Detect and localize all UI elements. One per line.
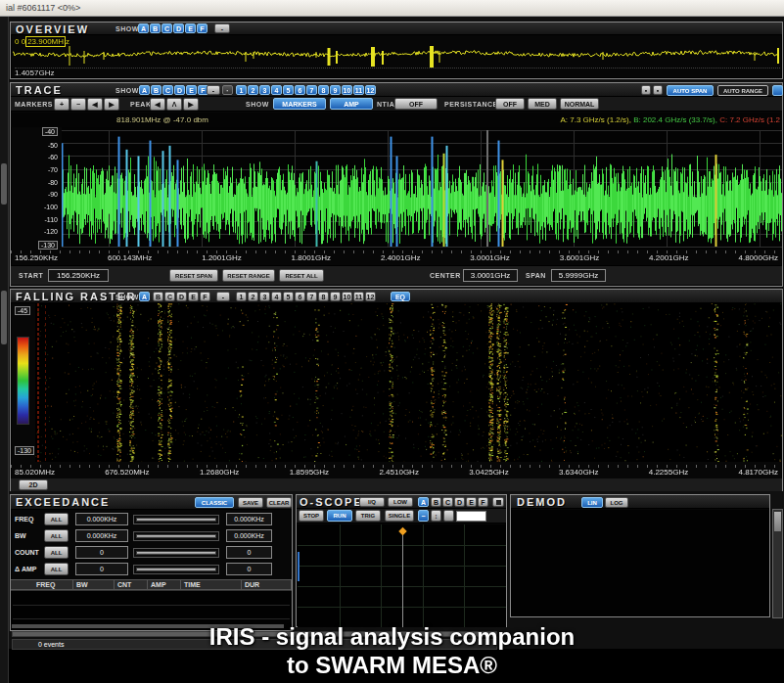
- raster-number-button[interactable]: 11: [353, 292, 364, 301]
- trace-minimize-button[interactable]: -: [207, 85, 220, 95]
- persistence-med-button[interactable]: MED: [528, 98, 557, 110]
- iq-button[interactable]: I/Q: [359, 497, 385, 507]
- oscope-channel-button[interactable]: F: [478, 497, 488, 507]
- amp-slider[interactable]: [133, 565, 219, 574]
- count-slider[interactable]: [133, 548, 219, 558]
- trace-edge-button[interactable]: [772, 85, 783, 96]
- trace-trace-number-button[interactable]: 8: [318, 85, 329, 95]
- run-button[interactable]: RUN: [327, 510, 352, 522]
- freq-all-button[interactable]: ALL: [44, 513, 69, 525]
- bw-max-field[interactable]: 0.000KHz: [226, 529, 272, 542]
- count-max-field[interactable]: 0: [226, 546, 272, 559]
- col-bw[interactable]: BW: [73, 580, 115, 589]
- trace-channel-button[interactable]: A: [139, 85, 150, 95]
- raster-channel-button[interactable]: D: [176, 292, 187, 301]
- raster-number-button[interactable]: 1: [236, 292, 247, 301]
- peak-search-button[interactable]: ▶: [183, 98, 199, 111]
- marker-adjust-button[interactable]: ◀: [87, 98, 103, 111]
- trace-trace-number-button[interactable]: 4: [271, 85, 282, 95]
- col-cnt[interactable]: CNT: [115, 580, 148, 589]
- raster-display[interactable]: [35, 303, 782, 462]
- scrollbar-thumb[interactable]: [1, 291, 7, 344]
- count-min-field[interactable]: 0: [75, 546, 128, 559]
- overview-channel-button[interactable]: B: [150, 23, 161, 33]
- col-dur[interactable]: DUR: [242, 580, 292, 589]
- exceedance-clear-button[interactable]: CLEAR: [266, 497, 292, 508]
- trig-button[interactable]: TRIG: [355, 510, 381, 522]
- raster-2d-button[interactable]: 2D: [19, 479, 48, 490]
- low-button[interactable]: LOW: [388, 497, 413, 507]
- reset-all-button[interactable]: RESET ALL: [279, 269, 324, 282]
- trigger-value-input[interactable]: [456, 511, 486, 522]
- classic-button[interactable]: CLASSIC: [195, 497, 234, 508]
- window-titlebar[interactable]: ial #6061117 <0%>: [0, 0, 784, 17]
- trace-trace-number-button[interactable]: 1: [236, 85, 247, 95]
- trace-trace-number-button[interactable]: 11: [353, 85, 364, 95]
- raster-channel-button[interactable]: E: [188, 292, 199, 301]
- span-field[interactable]: 5.9999GHz: [551, 269, 606, 282]
- trace-spectrum[interactable]: [62, 127, 782, 250]
- log-button[interactable]: LOG: [605, 497, 628, 508]
- trace-trace-number-button[interactable]: 12: [365, 85, 376, 95]
- auto-span-button[interactable]: AUTO SPAN: [667, 85, 714, 96]
- trace-channel-button[interactable]: B: [151, 85, 161, 95]
- persistence-normal-button[interactable]: NORMAL: [560, 98, 599, 110]
- oscope-channel-button[interactable]: C: [442, 497, 453, 507]
- raster-channel-a-button[interactable]: A: [139, 292, 150, 301]
- cursor-icon-button[interactable]: [443, 510, 454, 522]
- show-markers-button[interactable]: MARKERS: [273, 98, 326, 110]
- trace-trace-number-button[interactable]: 9: [330, 85, 341, 95]
- raster-number-button[interactable]: 8: [318, 292, 329, 301]
- overview-channel-button[interactable]: C: [161, 23, 172, 33]
- reset-span-button[interactable]: RESET SPAN: [169, 269, 218, 282]
- trace-trace-number-button[interactable]: 3: [259, 85, 270, 95]
- raster-number-button[interactable]: 2: [248, 292, 258, 301]
- peak-search-button[interactable]: Λ: [166, 98, 182, 111]
- raster-number-button[interactable]: 12: [365, 292, 376, 301]
- trace-trace-number-button[interactable]: 6: [295, 85, 305, 95]
- trace-channel-button[interactable]: D: [174, 85, 185, 95]
- raster-eq-button[interactable]: EQ: [391, 292, 410, 301]
- oscope-display[interactable]: [298, 524, 506, 627]
- raster-channel-button[interactable]: B: [153, 292, 163, 301]
- stop-button[interactable]: STOP: [299, 510, 324, 522]
- oscope-channel-button[interactable]: B: [431, 497, 441, 507]
- marker-adjust-button[interactable]: ▶: [104, 98, 119, 111]
- single-button[interactable]: SINGLE: [385, 510, 414, 522]
- start-frequency-field[interactable]: 156.250KHz: [48, 269, 109, 282]
- oscope-channel-button[interactable]: E: [466, 497, 477, 507]
- raster-channel-button[interactable]: F: [200, 292, 210, 301]
- marker-adjust-button[interactable]: −: [70, 98, 86, 111]
- trace-trace-number-button[interactable]: 5: [283, 85, 294, 95]
- freq-slider[interactable]: [133, 515, 219, 524]
- raster-number-button[interactable]: 10: [342, 292, 352, 301]
- amp-all-button[interactable]: ALL: [44, 563, 69, 575]
- overview-waveform[interactable]: [13, 37, 780, 68]
- ntia-off-button[interactable]: OFF: [394, 98, 438, 110]
- save-icon-button[interactable]: [492, 497, 504, 507]
- raster-number-button[interactable]: 5: [283, 292, 294, 301]
- raster-number-button[interactable]: 7: [306, 292, 317, 301]
- amp-max-field[interactable]: 0: [226, 563, 272, 575]
- demod-scrollbar[interactable]: [772, 509, 783, 618]
- peak-search-button[interactable]: ◀: [150, 98, 165, 111]
- raster-number-button[interactable]: 9: [330, 292, 341, 301]
- sine-icon-button[interactable]: ~: [418, 510, 429, 522]
- trace-trace-number-button[interactable]: 7: [306, 85, 317, 95]
- lin-button[interactable]: LIN: [581, 497, 603, 508]
- count-all-button[interactable]: ALL: [44, 546, 69, 559]
- trace-icon-button-2[interactable]: ▪: [653, 85, 663, 95]
- overview-channel-button[interactable]: A: [138, 23, 149, 33]
- reset-range-button[interactable]: RESET RANGE: [222, 269, 275, 282]
- raster-number-button[interactable]: 4: [271, 292, 282, 301]
- persistence-off-button[interactable]: OFF: [495, 98, 525, 110]
- trace-channel-button[interactable]: E: [186, 85, 197, 95]
- bw-slider[interactable]: [133, 531, 219, 541]
- overview-channel-button[interactable]: D: [173, 23, 184, 33]
- auto-range-button[interactable]: AUTO RANGE: [717, 85, 768, 96]
- trace-trace-number-button[interactable]: 2: [248, 85, 258, 95]
- freq-min-field[interactable]: 0.000KHz: [75, 513, 128, 525]
- demod-display[interactable]: [512, 510, 768, 615]
- amp-min-field[interactable]: 0: [75, 563, 128, 575]
- exceedance-save-button[interactable]: SAVE: [238, 497, 263, 508]
